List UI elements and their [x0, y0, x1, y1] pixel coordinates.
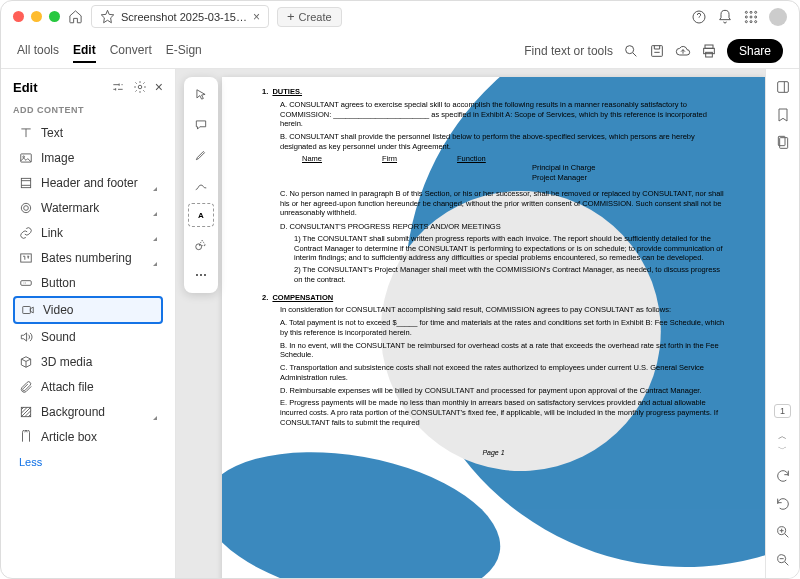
rotate-ccw-icon[interactable]: [775, 496, 791, 512]
document-content: 1. DUTIES. A. CONSULTANT agrees to exerc…: [222, 77, 765, 467]
sidebar-item-link[interactable]: Link: [13, 221, 163, 245]
sidebar-item-label: Background: [41, 405, 105, 419]
sidebar-item-button[interactable]: Button: [13, 271, 163, 295]
bookmark-icon[interactable]: [775, 107, 791, 123]
close-window[interactable]: [13, 11, 24, 22]
background-icon: [19, 405, 33, 419]
sidebar-item-label: Button: [41, 276, 76, 290]
sidebar-item-header-and-footer[interactable]: Header and footer: [13, 171, 163, 195]
cube-icon: [19, 355, 33, 369]
tab-convert[interactable]: Convert: [110, 39, 152, 63]
panel-icon[interactable]: [775, 79, 791, 95]
draw-tool[interactable]: [188, 173, 214, 197]
svg-rect-26: [777, 82, 788, 93]
button-icon: [19, 276, 33, 290]
sidebar-item-label: Bates numbering: [41, 251, 132, 265]
more-tools-icon[interactable]: ⋯: [188, 263, 214, 287]
rotate-cw-icon[interactable]: [775, 468, 791, 484]
shapes-tool[interactable]: [188, 233, 214, 257]
image-icon: [19, 151, 33, 165]
sidebar-item-label: Text: [41, 126, 63, 140]
sidebar-item-label: Image: [41, 151, 74, 165]
main-toolbar: All toolsEditConvertE-Sign Find text or …: [1, 33, 799, 69]
sidebar-item-background[interactable]: Background: [13, 400, 163, 424]
sidebar-item-video[interactable]: Video: [13, 296, 163, 324]
zoom-out-icon[interactable]: [775, 552, 791, 568]
sidebar-item-label: Article box: [41, 430, 97, 444]
sidebar-item-attach-file[interactable]: Attach file: [13, 375, 163, 399]
apps-grid-icon[interactable]: [743, 9, 759, 25]
sound-icon: [19, 330, 33, 344]
tab-all-tools[interactable]: All tools: [17, 39, 59, 63]
article-icon: [19, 430, 33, 444]
highlight-tool[interactable]: [188, 143, 214, 167]
svg-point-9: [755, 20, 757, 22]
textbox-tool[interactable]: A: [188, 203, 214, 227]
bell-icon[interactable]: [717, 9, 733, 25]
svg-point-25: [196, 244, 202, 250]
zoom-in-icon[interactable]: [775, 524, 791, 540]
bates-icon: [19, 251, 33, 265]
tab-e-sign[interactable]: E-Sign: [166, 39, 202, 63]
sidebar-item-image[interactable]: Image: [13, 146, 163, 170]
less-link[interactable]: Less: [13, 450, 163, 474]
link-icon: [19, 226, 33, 240]
sidebar-item-label: Watermark: [41, 201, 99, 215]
svg-point-2: [750, 11, 752, 13]
print-icon[interactable]: [701, 43, 717, 59]
cloud-upload-icon[interactable]: [675, 43, 691, 59]
svg-point-8: [750, 20, 752, 22]
headerfooter-icon: [19, 176, 33, 190]
create-button[interactable]: + Create: [277, 7, 342, 27]
minimize-window[interactable]: [31, 11, 42, 22]
svg-point-6: [755, 16, 757, 18]
pointer-tool[interactable]: [188, 83, 214, 107]
attach-icon: [19, 380, 33, 394]
help-icon[interactable]: [691, 9, 707, 25]
save-icon[interactable]: [649, 43, 665, 59]
close-tab-icon[interactable]: ×: [253, 10, 260, 24]
sidebar-item-label: Video: [43, 303, 73, 317]
svg-rect-12: [705, 45, 713, 48]
home-icon[interactable]: [68, 9, 83, 24]
document-page[interactable]: 1. DUTIES. A. CONSULTANT agrees to exerc…: [222, 77, 765, 578]
svg-rect-21: [21, 254, 32, 262]
page-up-icon: ︿: [778, 430, 787, 443]
sidebar-section-label: ADD CONTENT: [13, 105, 163, 115]
sidebar-title: Edit: [13, 80, 38, 95]
svg-point-7: [745, 20, 747, 22]
comment-tool[interactable]: [188, 113, 214, 137]
profile-avatar[interactable]: [769, 8, 787, 26]
svg-point-19: [21, 203, 30, 212]
page-number[interactable]: 1: [774, 404, 791, 418]
edit-sidebar: Edit × ADD CONTENT TextImageHeader and f…: [1, 69, 176, 578]
sidebar-item-label: Header and footer: [41, 176, 138, 190]
page-down-icon: ﹀: [778, 443, 787, 456]
svg-rect-27: [779, 138, 787, 149]
page-nav[interactable]: ︿﹀: [778, 430, 787, 456]
star-icon: [100, 9, 115, 24]
svg-rect-14: [706, 52, 713, 57]
adjust-icon[interactable]: [111, 80, 125, 94]
right-sidebar: 1 ︿﹀: [765, 69, 799, 578]
tab-edit[interactable]: Edit: [73, 39, 96, 63]
search-icon[interactable]: [623, 43, 639, 59]
sidebar-item-watermark[interactable]: Watermark: [13, 196, 163, 220]
close-sidebar-icon[interactable]: ×: [155, 79, 163, 95]
svg-point-5: [750, 16, 752, 18]
find-label: Find text or tools: [524, 44, 613, 58]
clipboard-icon[interactable]: [775, 135, 791, 151]
svg-point-10: [626, 45, 634, 53]
text-icon: [19, 126, 33, 140]
tab-title: Screenshot 2025-03-15…: [121, 11, 247, 23]
sidebar-item-sound[interactable]: Sound: [13, 325, 163, 349]
document-tab[interactable]: Screenshot 2025-03-15… ×: [91, 5, 269, 28]
gear-icon[interactable]: [133, 80, 147, 94]
maximize-window[interactable]: [49, 11, 60, 22]
share-button[interactable]: Share: [727, 39, 783, 63]
window-controls: [13, 11, 60, 22]
sidebar-item-bates-numbering[interactable]: Bates numbering: [13, 246, 163, 270]
sidebar-item-3d-media[interactable]: 3D media: [13, 350, 163, 374]
sidebar-item-text[interactable]: Text: [13, 121, 163, 145]
sidebar-item-article-box[interactable]: Article box: [13, 425, 163, 449]
